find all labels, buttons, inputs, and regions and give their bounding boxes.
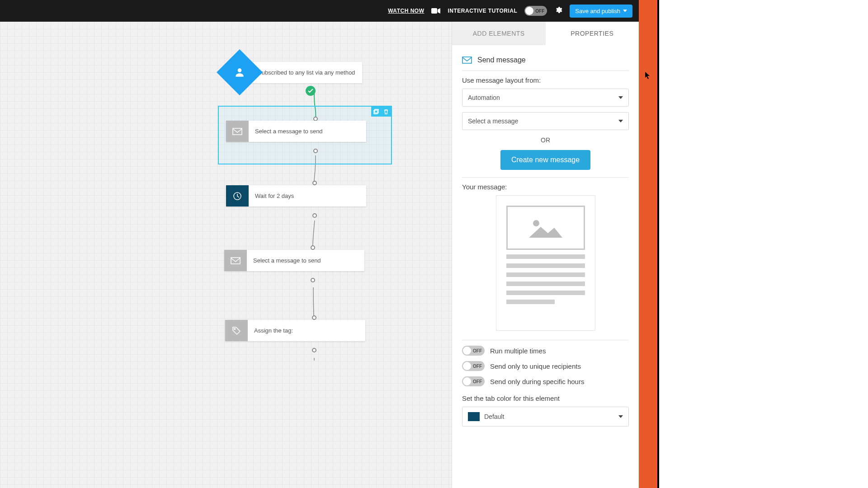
- node-label: Select a message to send: [249, 121, 366, 142]
- toggle-specific-hours[interactable]: OFF: [462, 376, 485, 386]
- your-message-label: Your message:: [462, 183, 629, 191]
- topbar: WATCH NOW INTERACTIVE TUTORIAL OFF Save …: [0, 0, 639, 22]
- connection-port[interactable]: [312, 348, 316, 352]
- svg-rect-0: [431, 8, 437, 14]
- svg-point-1: [238, 68, 242, 72]
- send-message-node[interactable]: Select a message to send: [226, 121, 366, 142]
- tab-color-select[interactable]: Default: [462, 407, 629, 427]
- camera-icon: [431, 8, 440, 14]
- mail-icon: [462, 56, 472, 64]
- clock-icon: [226, 185, 249, 206]
- mail-icon: [226, 121, 249, 142]
- svg-rect-4: [233, 128, 242, 135]
- tab-color-label: Set the tab color for this element: [462, 394, 629, 402]
- image-placeholder-icon: [506, 206, 585, 250]
- tab-add-elements[interactable]: ADD ELEMENTS: [452, 22, 546, 45]
- mail-icon: [224, 250, 247, 271]
- color-swatch: [468, 412, 480, 421]
- delete-icon[interactable]: [381, 107, 391, 117]
- chevron-down-icon: [623, 9, 627, 12]
- chevron-down-icon: [618, 415, 623, 418]
- svg-point-7: [234, 328, 236, 329]
- panel-title: Send message: [462, 52, 629, 69]
- node-label: Wait for 2 days: [249, 185, 366, 206]
- svg-rect-3: [374, 110, 377, 114]
- chevron-down-icon: [618, 120, 623, 122]
- toggle-unique-recipients[interactable]: OFF: [462, 361, 485, 371]
- svg-rect-8: [462, 57, 472, 63]
- message-preview[interactable]: [496, 195, 595, 331]
- svg-rect-6: [231, 258, 240, 264]
- tutorial-label: INTERACTIVE TUTORIAL: [448, 8, 517, 14]
- properties-sidebar: ADD ELEMENTS PROPERTIES Send message Use…: [452, 22, 639, 488]
- node-label: Assign the tag:: [248, 320, 365, 341]
- user-icon: [217, 49, 263, 95]
- connection-port[interactable]: [311, 245, 315, 250]
- start-node-label: Subscribed to any list via any method: [250, 62, 362, 83]
- toggle-label: Send only to unique recipients: [490, 362, 581, 370]
- svg-rect-2: [375, 109, 378, 113]
- tutorial-toggle[interactable]: OFF: [524, 6, 547, 16]
- connection-port[interactable]: [311, 278, 315, 282]
- assign-tag-node[interactable]: Assign the tag:: [225, 320, 365, 341]
- blank-area: [659, 0, 868, 488]
- orange-edge-strip: [639, 0, 659, 488]
- toggle-run-multiple[interactable]: OFF: [462, 346, 485, 356]
- duplicate-icon[interactable]: [371, 107, 381, 117]
- wait-node[interactable]: Wait for 2 days: [226, 185, 366, 206]
- connection-port[interactable]: [312, 213, 317, 218]
- send-message-node-2[interactable]: Select a message to send: [224, 250, 364, 271]
- connection-port[interactable]: [312, 315, 316, 320]
- chevron-down-icon: [618, 96, 623, 99]
- tab-properties[interactable]: PROPERTIES: [546, 22, 639, 45]
- connection-port[interactable]: [313, 149, 318, 153]
- svg-point-9: [533, 220, 539, 226]
- layout-from-label: Use message layout from:: [462, 76, 629, 84]
- watch-now-link[interactable]: WATCH NOW: [388, 8, 424, 14]
- tag-icon: [225, 320, 248, 341]
- or-divider: OR: [462, 136, 629, 144]
- toggle-label: Send only during specific hours: [490, 378, 584, 385]
- save-publish-button[interactable]: Save and publish: [570, 5, 632, 18]
- toggle-label: Run multiple times: [490, 347, 546, 355]
- layout-select[interactable]: Automation: [462, 89, 629, 107]
- start-node[interactable]: Subscribed to any list via any method: [223, 56, 362, 89]
- connection-port[interactable]: [312, 181, 317, 185]
- node-label: Select a message to send: [247, 250, 364, 271]
- create-message-button[interactable]: Create new message: [500, 150, 590, 170]
- message-select[interactable]: Select a message: [462, 112, 629, 130]
- workflow-canvas[interactable]: Subscribed to any list via any method S: [0, 22, 452, 488]
- settings-gear-icon[interactable]: [554, 6, 562, 16]
